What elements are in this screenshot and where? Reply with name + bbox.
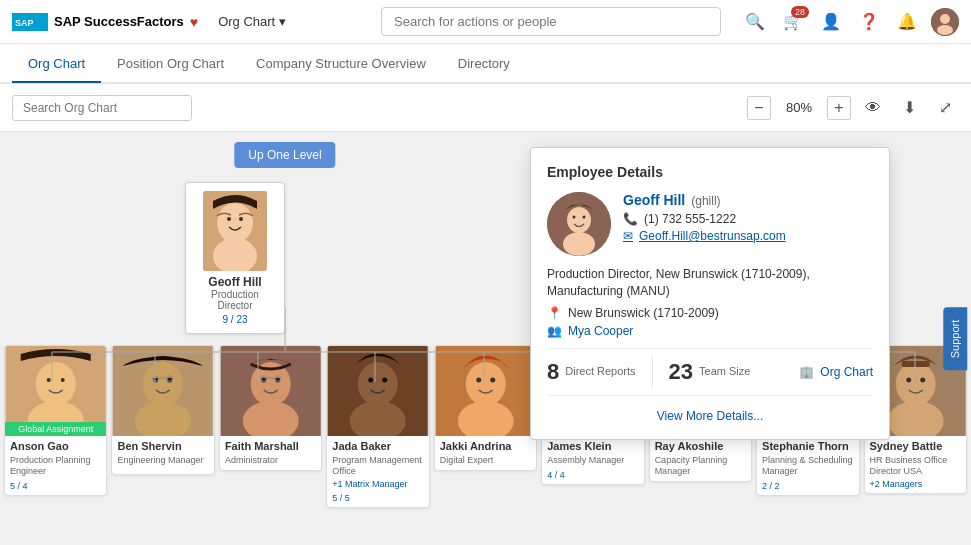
search-org-container xyxy=(12,95,192,121)
zoom-in-button[interactable]: + xyxy=(827,96,851,120)
jada-card-info: Jada Baker Program Management Office +1 … xyxy=(327,436,428,507)
emp-photo-jada xyxy=(327,346,428,436)
support-tab[interactable]: Support xyxy=(944,307,968,370)
popup-phone: 📞 (1) 732 555-1222 xyxy=(623,212,873,226)
employee-details-popup: Employee Details Geoff Hill (ghill) xyxy=(530,147,890,440)
jada-face-svg xyxy=(327,346,428,436)
emp-card-anson-gao[interactable]: Global Assignment Anson Gao Production P… xyxy=(4,345,107,496)
help-icon[interactable]: ❓ xyxy=(855,8,883,36)
sap-logo[interactable]: SAP SAP SuccessFactors ♥ xyxy=(12,13,198,31)
email-icon: ✉ xyxy=(623,229,633,243)
popup-person-name[interactable]: Geoff Hill xyxy=(623,192,685,208)
tab-company-structure[interactable]: Company Structure Overview xyxy=(240,46,442,83)
svg-point-80 xyxy=(567,207,591,233)
emp-name: Stephanie Thorn xyxy=(762,440,853,453)
emp-title: Engineering Manager xyxy=(117,455,208,466)
emp-title: Capacity Planning Manager xyxy=(655,455,746,477)
emp-photo-jakki xyxy=(435,346,536,436)
svg-point-83 xyxy=(583,216,586,219)
emp-title: Program Management Office xyxy=(332,455,423,477)
popup-person-info: Geoff Hill (ghill) 📞 (1) 732 555-1222 ✉ … xyxy=(623,192,873,243)
tab-directory[interactable]: Directory xyxy=(442,46,526,83)
svg-point-19 xyxy=(227,217,231,221)
sydney-card-info: Sydney Battle HR Business Office Directo… xyxy=(865,436,966,493)
svg-point-20 xyxy=(239,217,243,221)
emp-card-jakki-andrina[interactable]: Jakki Andrina Digital Expert xyxy=(434,345,537,471)
emp-name: Faith Marshall xyxy=(225,440,316,453)
stat-divider xyxy=(652,357,653,387)
stephanie-card-info: Stephanie Thorn Planning & Scheduling Ma… xyxy=(757,436,858,495)
emp-matrix: +2 Managers xyxy=(870,479,961,489)
view-more-details-link[interactable]: View More Details... xyxy=(657,409,763,423)
org-chart-icon: 🏢 xyxy=(799,365,814,379)
emp-card-faith-marshall[interactable]: Faith Marshall Administrator xyxy=(219,345,322,471)
search-org-input[interactable] xyxy=(12,95,192,121)
svg-point-77 xyxy=(920,378,925,383)
download-icon[interactable]: ⬇ xyxy=(895,94,923,122)
popup-username: (ghill) xyxy=(691,194,720,208)
center-node-reports: 9 / 23 xyxy=(194,314,276,325)
popup-role: Production Director, New Brunswick (1710… xyxy=(547,266,873,300)
user-avatar[interactable] xyxy=(931,8,959,36)
phone-icon: 📞 xyxy=(623,212,638,226)
svg-point-22 xyxy=(36,362,76,406)
location-icon: 📍 xyxy=(547,306,562,320)
emp-name: Ben Shervin xyxy=(117,440,208,453)
view-icon[interactable]: 👁 xyxy=(859,94,887,122)
popup-org-chart-link[interactable]: 🏢 Org Chart xyxy=(799,365,873,379)
sap-logo-svg: SAP xyxy=(12,13,48,31)
direct-reports-stat: 8 Direct Reports xyxy=(547,359,636,385)
notifications-icon[interactable]: 🛒 28 xyxy=(779,8,807,36)
svg-point-27 xyxy=(143,362,183,406)
emp-name: Sydney Battle xyxy=(870,440,961,453)
manager-link[interactable]: Mya Cooper xyxy=(568,324,633,338)
emp-title: Planning & Scheduling Manager xyxy=(762,455,853,477)
manager-icon: 👥 xyxy=(547,324,562,338)
svg-point-3 xyxy=(940,14,950,24)
popup-avatar-svg xyxy=(547,192,611,256)
emp-card-jada-baker[interactable]: Jada Baker Program Management Office +1 … xyxy=(326,345,429,508)
jakki-card-info: Jakki Andrina Digital Expert xyxy=(435,436,536,470)
fullscreen-icon[interactable]: ⤢ xyxy=(931,94,959,122)
svg-point-43 xyxy=(358,362,398,406)
emp-name: Jada Baker xyxy=(332,440,423,453)
tab-position-org-chart[interactable]: Position Org Chart xyxy=(101,46,240,83)
main-content: Up One Level Geoff Hill Production Direc… xyxy=(0,132,971,545)
center-node-photo xyxy=(203,191,267,271)
direct-reports-label: Direct Reports xyxy=(565,365,635,378)
popup-view-more: View More Details... xyxy=(547,408,873,423)
james-card-info: James Klein Assembly Manager 4 / 4 xyxy=(542,436,643,484)
people-icon[interactable]: 👤 xyxy=(817,8,845,36)
emp-card-ben-shervin[interactable]: Ben Shervin Engineering Manager xyxy=(111,345,214,475)
notification-badge: 28 xyxy=(791,6,809,18)
tab-bar: Org Chart Position Org Chart Company Str… xyxy=(0,44,971,84)
zoom-level-display: 80% xyxy=(779,100,819,115)
up-one-level-button[interactable]: Up One Level xyxy=(234,142,335,168)
emp-reports: 2 / 2 xyxy=(762,481,853,491)
svg-point-76 xyxy=(906,378,911,383)
popup-header: Employee Details xyxy=(547,164,873,180)
anson-card-info: Anson Gao Production Planning Engineer 5… xyxy=(5,436,106,495)
team-size-number: 23 xyxy=(669,359,693,385)
global-search xyxy=(381,7,721,36)
emp-name: Ray Akoshile xyxy=(655,440,746,453)
search-icon[interactable]: 🔍 xyxy=(741,8,769,36)
svg-rect-78 xyxy=(901,361,929,367)
module-dropdown[interactable]: Org Chart ▾ xyxy=(210,10,294,33)
center-node-name: Geoff Hill xyxy=(194,275,276,289)
svg-point-81 xyxy=(563,232,595,256)
popup-email[interactable]: ✉ Geoff.Hill@bestrunsap.com xyxy=(623,229,873,243)
jakki-face-svg xyxy=(435,346,536,436)
emp-title: Administrator xyxy=(225,455,316,466)
center-org-node[interactable]: Geoff Hill Production Director 9 / 23 xyxy=(185,182,285,334)
nav-icons: 🔍 🛒 28 👤 ❓ 🔔 xyxy=(741,8,959,36)
svg-point-74 xyxy=(895,362,935,406)
tab-org-chart[interactable]: Org Chart xyxy=(12,46,101,83)
emp-name: Anson Gao xyxy=(10,440,101,453)
bell-icon[interactable]: 🔔 xyxy=(893,8,921,36)
zoom-out-button[interactable]: − xyxy=(747,96,771,120)
svg-point-46 xyxy=(383,378,388,383)
emp-matrix: +1 Matrix Manager xyxy=(332,479,423,489)
global-search-input[interactable] xyxy=(381,7,721,36)
team-size-stat: 23 Team Size xyxy=(669,359,751,385)
